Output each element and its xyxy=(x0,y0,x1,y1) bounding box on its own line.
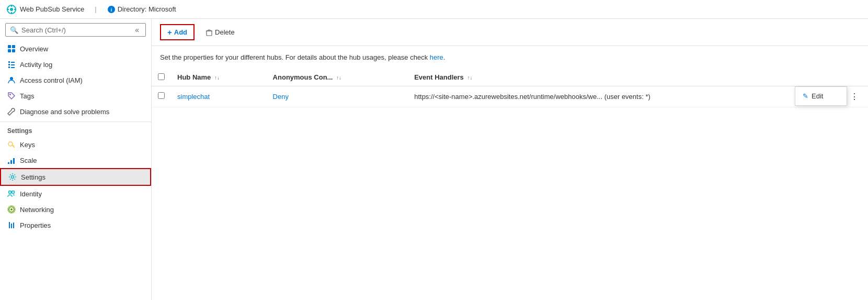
svg-point-24 xyxy=(12,176,14,179)
svg-rect-22 xyxy=(10,160,12,164)
list-icon xyxy=(7,60,16,69)
sidebar-label-tags: Tags xyxy=(20,92,34,100)
props-icon xyxy=(7,221,16,229)
description-suffix: . xyxy=(443,53,446,61)
scale-icon xyxy=(7,156,16,164)
sidebar-label-properties: Properties xyxy=(20,221,51,229)
svg-point-27 xyxy=(10,208,13,210)
directory-label: Directory: Microsoft xyxy=(118,5,176,13)
sidebar-item-overview[interactable]: Overview xyxy=(0,41,151,57)
search-box[interactable]: 🔍 Search (Ctrl+/) « xyxy=(5,23,146,37)
sidebar-item-keys[interactable]: Keys xyxy=(0,137,151,152)
web-pubsub-icon xyxy=(6,4,17,15)
svg-rect-21 xyxy=(8,162,9,164)
sidebar-label-activity-log: Activity log xyxy=(20,61,52,69)
svg-rect-23 xyxy=(13,158,15,164)
svg-rect-31 xyxy=(11,224,12,228)
svg-point-18 xyxy=(10,77,13,80)
svg-text:i: i xyxy=(110,7,112,13)
svg-rect-8 xyxy=(8,45,11,48)
gear-icon xyxy=(8,173,17,181)
svg-point-1 xyxy=(10,8,13,11)
svg-rect-13 xyxy=(11,62,15,63)
tag-icon xyxy=(7,92,16,100)
context-menu: ✎ Edit xyxy=(795,86,847,106)
svg-rect-33 xyxy=(207,31,212,36)
edit-label: Edit xyxy=(812,92,823,100)
svg-rect-9 xyxy=(12,45,15,48)
wrench-icon xyxy=(7,107,16,116)
sidebar-label-networking: Networking xyxy=(20,206,54,214)
sidebar-label-keys: Keys xyxy=(20,141,35,149)
service-title: Web PubSub Service xyxy=(20,5,84,13)
sidebar-label-overview: Overview xyxy=(20,45,48,53)
settings-section-label: Settings xyxy=(0,121,151,137)
top-bar: Web PubSub Service | i Directory: Micros… xyxy=(0,0,868,19)
info-icon: i xyxy=(107,5,116,14)
sort-hub-name-icon[interactable]: ↑↓ xyxy=(214,75,220,81)
add-button[interactable]: + Add xyxy=(160,24,195,40)
sidebar-item-properties[interactable]: Properties xyxy=(0,217,151,233)
trash-icon xyxy=(205,29,213,36)
sidebar: 🔍 Search (Ctrl+/) « Overview Activity lo… xyxy=(0,19,152,300)
description-text: Set the properties for your different hu… xyxy=(160,53,430,61)
sidebar-label-diagnose: Diagnose and solve problems xyxy=(20,108,109,116)
topbar-divider: | xyxy=(95,5,96,13)
table-header: Hub Name ↑↓ Anonymous Con... ↑↓ Event Ha… xyxy=(152,69,868,86)
col-hub-name: Hub Name ↑↓ xyxy=(171,69,267,86)
service-name: Web PubSub Service xyxy=(6,4,84,15)
add-label: Add xyxy=(174,28,187,36)
hub-table: Hub Name ↑↓ Anonymous Con... ↑↓ Event Ha… xyxy=(152,69,868,107)
svg-rect-12 xyxy=(8,61,10,63)
network-icon xyxy=(7,205,16,214)
sidebar-item-tags[interactable]: Tags xyxy=(0,88,151,104)
svg-point-26 xyxy=(12,191,15,194)
row-checkbox[interactable] xyxy=(158,92,165,99)
main-layout: 🔍 Search (Ctrl+/) « Overview Activity lo… xyxy=(0,19,868,300)
table-body: simplechat Deny https://<site-name>.azur… xyxy=(152,86,868,107)
sidebar-item-settings[interactable]: Settings xyxy=(0,168,151,186)
svg-point-25 xyxy=(9,191,12,194)
context-menu-edit[interactable]: ✎ Edit xyxy=(795,89,847,103)
search-placeholder: Search (Ctrl+/) xyxy=(21,26,130,34)
select-all-checkbox[interactable] xyxy=(158,73,165,80)
sidebar-item-networking[interactable]: Networking xyxy=(0,202,151,217)
col-actions xyxy=(841,69,868,86)
col-event-handlers: Event Handlers ↑↓ xyxy=(408,69,841,86)
sort-event-handlers-icon[interactable]: ↑↓ xyxy=(467,75,472,81)
svg-rect-14 xyxy=(8,64,10,65)
directory-info: i Directory: Microsoft xyxy=(107,5,176,14)
sidebar-item-identity[interactable]: Identity xyxy=(0,186,151,202)
row-anon-connect: Deny xyxy=(267,86,408,107)
sidebar-item-activity-log[interactable]: Activity log xyxy=(0,57,151,72)
delete-button[interactable]: Delete xyxy=(199,25,242,39)
search-icon: 🔍 xyxy=(10,26,18,34)
sidebar-label-identity: Identity xyxy=(20,190,42,198)
svg-rect-16 xyxy=(8,66,10,68)
key-icon xyxy=(7,140,16,149)
row-hub-name[interactable]: simplechat xyxy=(171,86,267,107)
table-row: simplechat Deny https://<site-name>.azur… xyxy=(152,86,868,107)
row-checkbox-cell xyxy=(152,86,171,107)
col-anon-connect: Anonymous Con... ↑↓ xyxy=(267,69,408,86)
main-content: + Add Delete Set the properties for your… xyxy=(152,19,868,300)
sidebar-item-access-control[interactable]: Access control (IAM) xyxy=(0,72,151,88)
identity-icon xyxy=(7,190,16,198)
sidebar-item-diagnose[interactable]: Diagnose and solve problems xyxy=(0,104,151,119)
edit-icon: ✎ xyxy=(803,92,808,100)
collapse-button[interactable]: « xyxy=(133,26,141,34)
row-ellipsis-button[interactable]: ⋮ xyxy=(847,91,862,103)
content-description: Set the properties for your different hu… xyxy=(152,46,868,69)
svg-rect-30 xyxy=(9,222,10,228)
sort-anon-connect-icon[interactable]: ↑↓ xyxy=(336,75,341,81)
svg-rect-10 xyxy=(8,49,11,52)
svg-point-19 xyxy=(9,94,11,95)
sidebar-item-scale[interactable]: Scale xyxy=(0,152,151,168)
row-actions: ⋮ ✎ Edit xyxy=(841,86,868,107)
svg-rect-11 xyxy=(12,49,15,52)
here-link[interactable]: here xyxy=(430,53,443,61)
row-event-handlers: https://<site-name>.azurewebsites.net/ru… xyxy=(408,86,841,107)
plus-icon: + xyxy=(167,28,172,37)
sidebar-label-scale: Scale xyxy=(20,157,37,164)
grid-icon xyxy=(7,45,16,53)
